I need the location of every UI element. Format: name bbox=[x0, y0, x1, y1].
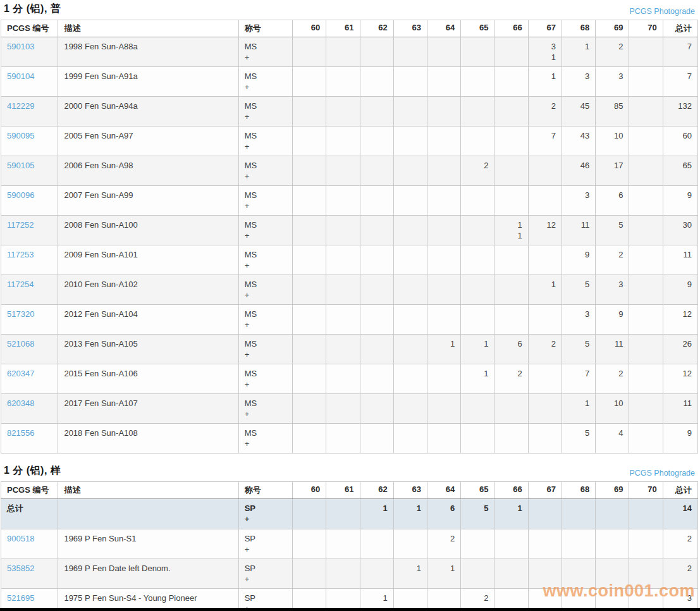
pcgs-number-cell: 590104 bbox=[1, 67, 58, 97]
grade-cell-61 bbox=[326, 216, 360, 245]
grade-cell-64 bbox=[427, 364, 461, 394]
grade-cell-66 bbox=[494, 424, 528, 454]
cell-line: SP bbox=[245, 563, 286, 574]
grade-cell-68: 5 bbox=[562, 335, 595, 364]
grade-cell-61 bbox=[326, 559, 360, 589]
cell-line: MS bbox=[245, 219, 286, 230]
designation-cell: MS+ bbox=[238, 275, 292, 305]
grade-cell-64: 1 bbox=[427, 335, 461, 364]
cell-line: 2 bbox=[433, 533, 455, 544]
pcgs-number-link[interactable]: 590095 bbox=[7, 131, 34, 140]
grade-cell-65 bbox=[461, 529, 494, 559]
grade-cell-65 bbox=[461, 67, 494, 97]
page-title: 1 分 (铝), 普 bbox=[4, 3, 61, 16]
designation-cell: MS+ bbox=[238, 394, 292, 424]
cell-line: 43 bbox=[568, 130, 589, 141]
grade-cell-67 bbox=[528, 364, 562, 394]
pcgs-number-link[interactable]: 821556 bbox=[7, 428, 34, 438]
grade-cell-70 bbox=[629, 216, 663, 245]
pcgs-number-link[interactable]: 590103 bbox=[7, 42, 34, 51]
cell-line: 11 bbox=[601, 338, 623, 349]
grade-cell-62 bbox=[360, 335, 393, 364]
grade-cell-65: 1 bbox=[461, 335, 494, 364]
grade-cell-69: 6 bbox=[596, 186, 629, 216]
grade-cell-68: 5 bbox=[562, 424, 595, 454]
column-header: 65 bbox=[461, 482, 494, 499]
grade-cell-61 bbox=[326, 127, 360, 156]
grade-cell-65 bbox=[461, 216, 494, 245]
grade-cell-70 bbox=[629, 275, 663, 305]
pcgs-number-cell: 412229 bbox=[1, 97, 58, 127]
cell-line: 4 bbox=[601, 428, 623, 438]
pcgs-number-link[interactable]: 900518 bbox=[7, 534, 34, 543]
grade-cell-60 bbox=[293, 245, 326, 275]
pcgs-number-cell: 590096 bbox=[1, 186, 58, 216]
grade-cell-62 bbox=[360, 394, 393, 424]
total-cell: 2 bbox=[663, 559, 697, 589]
description-cell: 2009 Fen Sun-A101 bbox=[58, 245, 238, 275]
description-cell: 2015 Fen Sun-A106 bbox=[58, 364, 238, 394]
pcgs-number-cell: 117253 bbox=[1, 245, 58, 275]
grade-cell-66 bbox=[494, 37, 528, 67]
grade-cell-63 bbox=[393, 127, 427, 156]
table-header-row: PCGS 编号描述称号6061626364656667686970总计 bbox=[1, 20, 698, 37]
grade-cell-69: 85 bbox=[596, 97, 629, 127]
pcgs-number-link[interactable]: 590105 bbox=[7, 161, 34, 170]
population-table-regular: PCGS 编号描述称号6061626364656667686970总计 5901… bbox=[1, 20, 698, 454]
designation-cell: SP+ bbox=[238, 559, 292, 589]
pcgs-number-link[interactable]: 521068 bbox=[7, 339, 34, 349]
grade-cell-62 bbox=[360, 216, 393, 245]
grade-cell-60 bbox=[293, 37, 326, 67]
table-row: 1172532009 Fen Sun-A101MS+9211 bbox=[1, 245, 698, 275]
pcgs-photograde-link[interactable]: PCGS Photograde bbox=[629, 469, 695, 478]
grade-cell-68: 7 bbox=[562, 364, 595, 394]
pcgs-number-cell: 117254 bbox=[1, 275, 58, 305]
grade-cell-69: 3 bbox=[596, 275, 629, 305]
designation-cell: MS+ bbox=[238, 216, 292, 245]
grade-cell-63 bbox=[393, 245, 427, 275]
grade-cell-63: 1 bbox=[393, 499, 427, 529]
cell-line: 6 bbox=[433, 503, 455, 514]
cell-line: 5 bbox=[568, 279, 589, 290]
grade-cell-61 bbox=[326, 529, 360, 559]
grade-cell-63 bbox=[393, 97, 427, 127]
grade-cell-68 bbox=[562, 559, 595, 589]
grade-cell-64 bbox=[427, 275, 461, 305]
pcgs-number-link[interactable]: 535852 bbox=[7, 564, 34, 573]
grade-cell-64: 1 bbox=[427, 559, 461, 589]
pcgs-number-link[interactable]: 521695 bbox=[7, 593, 34, 603]
pcgs-number-link[interactable]: 117252 bbox=[7, 220, 34, 230]
grade-cell-65 bbox=[461, 245, 494, 275]
pcgs-number-link[interactable]: 117253 bbox=[7, 250, 34, 259]
grade-cell-65 bbox=[461, 275, 494, 305]
description-cell: 2008 Fen Sun-A100 bbox=[58, 216, 238, 245]
pcgs-number-link[interactable]: 117254 bbox=[7, 280, 34, 289]
pcgs-photograde-link[interactable]: PCGS Photograde bbox=[629, 7, 695, 16]
pcgs-number-link[interactable]: 517320 bbox=[7, 309, 34, 319]
pcgs-number-link[interactable]: 590096 bbox=[7, 190, 34, 200]
grade-cell-64 bbox=[427, 394, 461, 424]
column-header: 69 bbox=[596, 482, 629, 499]
grade-cell-66 bbox=[494, 156, 528, 186]
column-header: 描述 bbox=[58, 20, 238, 37]
grade-cell-62: 1 bbox=[360, 499, 393, 529]
grade-cell-60 bbox=[293, 529, 326, 559]
cell-line: 1 bbox=[366, 593, 388, 603]
grade-cell-63 bbox=[393, 394, 427, 424]
grade-cell-62 bbox=[360, 424, 393, 454]
grade-cell-65 bbox=[461, 559, 494, 589]
grade-cell-70 bbox=[629, 245, 663, 275]
cell-line: + bbox=[245, 290, 286, 300]
table-row: 5901041999 Fen Sun-A91aMS+1337 bbox=[1, 67, 698, 97]
pcgs-number-link[interactable]: 412229 bbox=[7, 101, 34, 111]
grade-cell-64 bbox=[427, 245, 461, 275]
pcgs-number-link[interactable]: 620347 bbox=[7, 369, 34, 378]
cell-line: 5 bbox=[601, 219, 623, 230]
pcgs-number-link[interactable]: 620348 bbox=[7, 398, 34, 408]
cell-line: + bbox=[245, 171, 286, 182]
total-cell: 132 bbox=[663, 97, 697, 127]
cell-line: 1 bbox=[433, 338, 455, 349]
pcgs-number-link[interactable]: 590104 bbox=[7, 71, 34, 81]
designation-cell: MS+ bbox=[238, 364, 292, 394]
column-header: 总计 bbox=[663, 482, 697, 499]
